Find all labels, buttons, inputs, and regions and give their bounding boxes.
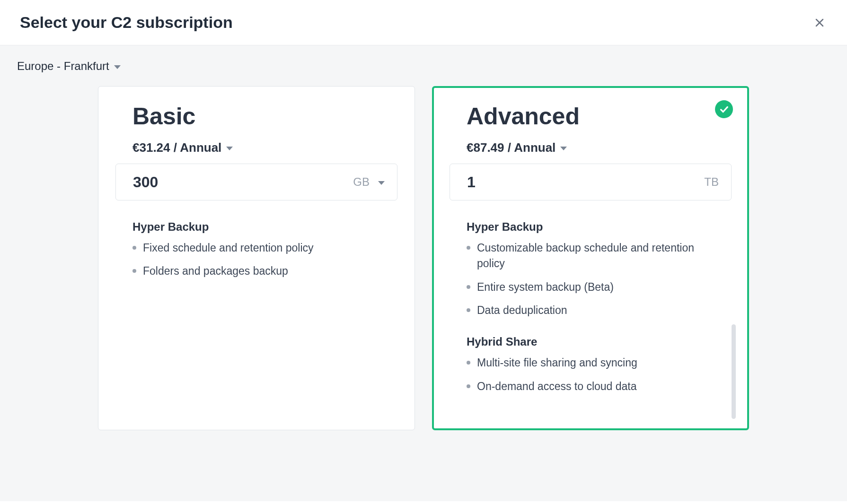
plan-name: Basic — [132, 103, 397, 130]
bullet-icon — [467, 285, 470, 289]
feature-item: Multi-site file sharing and syncing — [467, 355, 717, 371]
region-selector[interactable]: Europe - Frankfurt — [17, 60, 121, 73]
feature-item: Customizable backup schedule and retenti… — [467, 240, 717, 272]
storage-unit-label-wrap: TB — [704, 175, 719, 189]
feature-section: Hyper Backup Fixed schedule and retentio… — [132, 220, 383, 279]
feature-section-title: Hyper Backup — [467, 220, 717, 234]
storage-unit-label: TB — [704, 175, 719, 189]
price-selector[interactable]: €87.49 / Annual — [467, 140, 732, 155]
plans-row: Basic €31.24 / Annual 300 GB Hyper Backu… — [17, 86, 830, 430]
storage-size-field[interactable]: 300 GB — [115, 164, 397, 200]
price-label: €31.24 / Annual — [132, 140, 221, 155]
chevron-down-icon — [114, 65, 121, 69]
feature-item: Entire system backup (Beta) — [467, 279, 717, 295]
features-list: Hyper Backup Customizable backup schedul… — [467, 217, 732, 418]
bullet-icon — [467, 361, 470, 365]
feature-item: On-demand access to cloud data — [467, 379, 717, 394]
storage-unit-selector[interactable]: GB — [353, 175, 385, 189]
storage-size-value: 300 — [133, 174, 158, 191]
plan-card-basic[interactable]: Basic €31.24 / Annual 300 GB Hyper Backu… — [98, 86, 415, 430]
modal-body: Europe - Frankfurt Basic €31.24 / Annual… — [0, 45, 847, 501]
feature-item: Data deduplication — [467, 303, 717, 318]
bullet-icon — [467, 308, 470, 312]
region-label: Europe - Frankfurt — [17, 60, 109, 73]
scrollbar[interactable] — [732, 324, 736, 419]
bullet-icon — [132, 246, 136, 250]
chevron-down-icon — [560, 147, 567, 150]
selected-badge — [715, 100, 733, 118]
close-icon — [814, 17, 825, 28]
price-label: €87.49 / Annual — [467, 140, 556, 155]
feature-item: Fixed schedule and retention policy — [132, 240, 383, 256]
page-title: Select your C2 subscription — [20, 13, 233, 32]
features-list: Hyper Backup Fixed schedule and retentio… — [132, 217, 397, 418]
feature-section: Hyper Backup Customizable backup schedul… — [467, 220, 717, 318]
chevron-down-icon — [378, 181, 385, 185]
bullet-icon — [467, 246, 470, 250]
bullet-icon — [467, 384, 470, 388]
close-button[interactable] — [812, 15, 827, 30]
feature-section-title: Hybrid Share — [467, 335, 717, 348]
price-selector[interactable]: €31.24 / Annual — [132, 140, 397, 155]
feature-item: Folders and packages backup — [132, 263, 383, 279]
storage-size-field[interactable]: 1 TB — [450, 164, 732, 200]
modal-header: Select your C2 subscription — [0, 0, 847, 45]
plan-card-advanced[interactable]: Advanced €87.49 / Annual 1 TB Hyper Back… — [432, 86, 749, 430]
chevron-down-icon — [226, 147, 233, 150]
storage-size-value: 1 — [467, 174, 476, 191]
feature-section: Hybrid Share Multi-site file sharing and… — [467, 335, 717, 394]
feature-section-title: Hyper Backup — [132, 220, 383, 234]
plan-name: Advanced — [467, 103, 732, 130]
storage-unit-label: GB — [353, 175, 370, 189]
check-icon — [719, 104, 729, 114]
bullet-icon — [132, 269, 136, 273]
